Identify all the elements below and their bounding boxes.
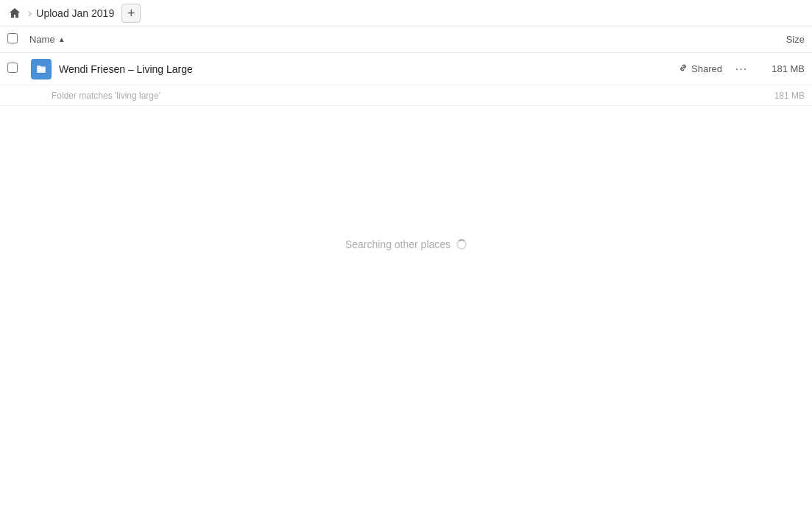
column-headers: Name ▲ Size — [0, 26, 812, 53]
new-folder-button[interactable]: + — [121, 4, 141, 23]
link-icon — [678, 63, 688, 75]
header-checkbox-col — [7, 33, 29, 46]
row-checkbox[interactable] — [7, 63, 18, 73]
shared-label: Shared — [691, 63, 722, 74]
file-size: 181 MB — [760, 63, 805, 74]
searching-text: Searching other places — [345, 239, 451, 250]
more-options-button[interactable]: ··· — [731, 59, 752, 80]
folder-icon — [31, 59, 52, 80]
breadcrumb-separator: › — [28, 7, 32, 20]
sub-info-size: 181 MB — [760, 91, 805, 101]
file-meta: Shared ··· 181 MB — [678, 59, 805, 80]
name-column-label: Name — [29, 34, 55, 45]
home-button[interactable] — [6, 4, 24, 22]
row-checkbox-col — [7, 63, 29, 75]
sort-arrow-icon: ▲ — [58, 35, 66, 43]
file-row[interactable]: Wendi Friesen – Living Large Shared ··· … — [0, 53, 812, 85]
searching-section: Searching other places — [0, 106, 812, 250]
name-column-header[interactable]: Name ▲ — [29, 34, 746, 45]
shared-badge: Shared — [678, 63, 722, 75]
breadcrumb-title: Upload Jan 2019 — [36, 7, 114, 19]
breadcrumb-bar: › Upload Jan 2019 + — [0, 0, 812, 26]
loading-spinner — [456, 239, 467, 250]
sub-info-text: Folder matches 'living large' — [52, 91, 760, 101]
select-all-checkbox[interactable] — [7, 33, 18, 43]
sub-info-row: Folder matches 'living large' 181 MB — [0, 85, 812, 106]
folder-icon-wrap — [29, 57, 53, 81]
size-column-header[interactable]: Size — [746, 34, 805, 45]
file-name: Wendi Friesen – Living Large — [59, 63, 678, 75]
